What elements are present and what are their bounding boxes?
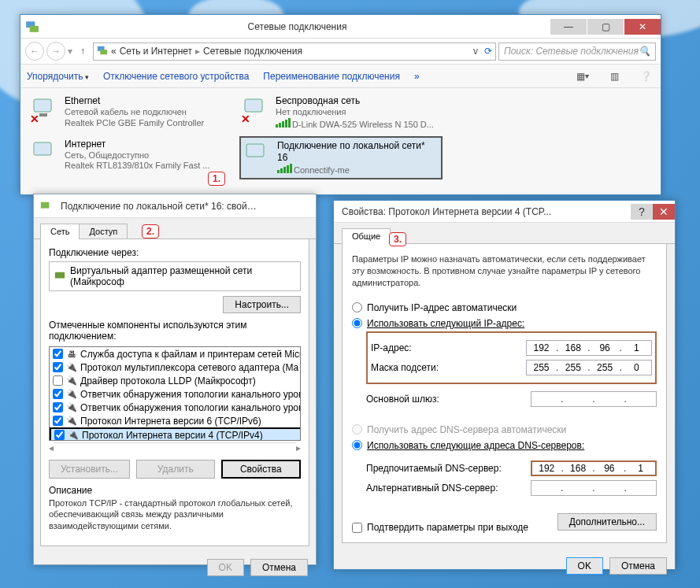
protocol-icon: 🔌 [66, 402, 77, 413]
tab-access[interactable]: Доступ [79, 224, 128, 239]
connection-properties-window: Подключение по локальной сети* 16: свой…… [33, 194, 317, 565]
rename-connection-button[interactable]: Переименование подключения [263, 71, 400, 82]
description-text: Протокол TCP/IP - стандартный протокол г… [49, 497, 301, 531]
preview-pane-icon[interactable]: ▥ [606, 68, 623, 85]
search-input[interactable]: Поиск: Сетевые подключения 🔍 [498, 43, 656, 61]
breadcrumb-part2[interactable]: Сетевые подключения [203, 46, 302, 57]
component-row[interactable]: 🔌Ответчик обнаружения топологии канально… [50, 387, 301, 401]
maximize-button[interactable]: ▢ [587, 19, 624, 35]
callout-3: 3. [389, 232, 406, 246]
gateway-input[interactable]: . . . [531, 391, 657, 407]
description-title: Описание [49, 485, 301, 496]
adapter-field: Виртуальный адаптер размещенной сети (Ма… [49, 261, 301, 291]
svg-rect-6 [245, 99, 262, 112]
cancel-button[interactable]: Отмена [609, 557, 667, 575]
components-label: Отмеченные компоненты используются этим … [49, 320, 301, 342]
uninstall-button[interactable]: Удалить [136, 460, 215, 479]
command-bar: Упорядочить Отключение сетевого устройст… [20, 65, 661, 88]
service-icon: 🖶 [66, 349, 77, 360]
preferred-dns-label: Предпочитаемый DNS-сервер: [366, 463, 531, 474]
help-button[interactable]: ? [631, 204, 653, 220]
ipv4-tabs: Общие [334, 223, 675, 244]
back-button[interactable]: ← [25, 42, 44, 61]
svg-rect-10 [55, 272, 65, 278]
minimize-button[interactable]: — [550, 19, 587, 35]
up-button[interactable]: ↑ [75, 46, 91, 57]
radio-ip-manual[interactable]: Использовать следующий IP-адрес: [352, 318, 657, 329]
alternate-dns-input[interactable]: . . . [531, 480, 657, 496]
adapter-icon [54, 270, 65, 283]
props-tabs: Сеть Доступ [34, 218, 316, 239]
advanced-button[interactable]: Дополнительно... [557, 513, 657, 531]
callout-1: 1. [208, 172, 225, 186]
connection-item-ethernet[interactable]: ✕ Ethernet Сетевой кабель не подключен R… [28, 93, 231, 133]
component-row[interactable]: 🔌Драйвер протокола LLDP (Майкрософт) [50, 374, 301, 387]
connect-via-label: Подключение через: [49, 247, 301, 258]
refresh-icon[interactable]: ⟳ [484, 46, 492, 57]
svg-rect-3 [100, 50, 107, 54]
svg-rect-9 [41, 202, 50, 208]
ipv4-title: Свойства: Протокол Интернета версии 4 (T… [342, 206, 631, 217]
configure-button[interactable]: Настроить... [223, 296, 301, 313]
scroll-right-icon[interactable]: ▸ [296, 442, 301, 453]
breadcrumb-bar[interactable]: « Сеть и Интернет ▸ Сетевые подключения … [93, 43, 496, 61]
tab-network[interactable]: Сеть [40, 224, 80, 239]
ip-fields-highlight: IP-адрес: 192. 168. 96. 1 Маска подсети:… [366, 331, 657, 384]
subnet-mask-input[interactable]: 255. 255. 255. 0 [526, 360, 652, 375]
radio-dns-manual[interactable]: Использовать следующие адреса DNS-сервер… [352, 440, 657, 451]
breadcrumb-dropdown-icon[interactable]: v [473, 46, 478, 57]
component-row[interactable]: 🔌Протокол мультиплексора сетевого адапте… [50, 361, 301, 374]
protocol-icon: 🔌 [66, 375, 77, 386]
explorer-window: Сетевые подключения — ▢ ✕ ← → ▾ ↑ « Сеть… [20, 14, 661, 195]
radio-ip-auto[interactable]: Получить IP-адрес автоматически [352, 302, 657, 313]
component-row-ipv4[interactable]: 🔌Протокол Интернета версии 4 (TCP/IPv4) [50, 427, 301, 441]
network-icon [97, 45, 108, 58]
gateway-label: Основной шлюз: [366, 394, 531, 405]
protocol-icon: 🔌 [66, 389, 77, 400]
component-row[interactable]: 🔌Ответчик обнаружения топологии канально… [50, 401, 301, 414]
props-body: Подключение через: Виртуальный адаптер р… [40, 239, 309, 546]
tab-general[interactable]: Общие [342, 228, 391, 244]
props-titlebar: Подключение по локальной сети* 16: свой… [34, 194, 316, 218]
breadcrumb-part1[interactable]: Сеть и Интернет [120, 46, 192, 57]
view-options-icon[interactable]: ▦▾ [574, 68, 591, 85]
address-bar: ← → ▾ ↑ « Сеть и Интернет ▸ Сетевые подк… [20, 39, 661, 65]
search-icon: 🔍 [639, 46, 650, 57]
ip-address-input[interactable]: 192. 168. 96. 1 [526, 340, 652, 356]
component-row[interactable]: 🔌Протокол Интернета версии 6 (TCP/IPv6) [50, 414, 301, 427]
internet-icon [31, 139, 60, 167]
connection-item-wifi[interactable]: ✕ Беспроводная сеть Нет подключения D-Li… [239, 93, 443, 133]
forward-button[interactable]: → [46, 42, 65, 61]
network-icon [25, 20, 39, 34]
connection-item-internet[interactable]: Интернет Сеть, Общедоступно Realtek RTL8… [28, 136, 231, 180]
close-button[interactable]: ✕ [653, 204, 675, 220]
ipv4-properties-window: Свойства: Протокол Интернета версии 4 (T… [333, 200, 676, 570]
protocol-icon: 🔌 [68, 430, 79, 441]
install-button[interactable]: Установить... [49, 460, 130, 479]
organize-menu[interactable]: Упорядочить [27, 71, 89, 82]
explorer-titlebar: Сетевые подключения — ▢ ✕ [20, 15, 661, 39]
cancel-button[interactable]: Отмена [250, 559, 308, 576]
signal-bars-icon [277, 164, 292, 173]
lan-icon [244, 140, 272, 168]
close-button[interactable]: ✕ [624, 19, 661, 35]
ethernet-icon: ✕ [31, 95, 60, 124]
confirm-on-exit-checkbox[interactable]: Подтвердить параметры при выходе [352, 522, 528, 533]
svg-rect-4 [34, 99, 51, 112]
callout-2: 2. [142, 224, 159, 239]
ok-button[interactable]: OK [566, 557, 603, 575]
protocol-icon: 🔌 [66, 362, 77, 373]
help-icon[interactable]: ❔ [637, 68, 654, 85]
component-list: 🖶Служба доступа к файлам и принтерам сет… [49, 346, 301, 441]
component-row[interactable]: 🖶Служба доступа к файлам и принтерам сет… [50, 347, 301, 361]
overflow-button[interactable]: » [414, 71, 420, 82]
radio-dns-auto: Получить адрес DNS-сервера автоматически [352, 424, 657, 435]
preferred-dns-input[interactable]: 192. 168. 96. 1 [531, 460, 657, 476]
recent-dropdown-icon[interactable]: ▾ [68, 46, 72, 57]
network-icon [39, 199, 53, 213]
ok-button[interactable]: OK [207, 559, 244, 576]
properties-button[interactable]: Свойства [221, 460, 302, 479]
connection-item-local16[interactable]: Подключение по локальной сети* 16 Connec… [239, 136, 443, 180]
disable-device-button[interactable]: Отключение сетевого устройства [103, 71, 249, 82]
disconnected-x-icon: ✕ [241, 113, 250, 125]
